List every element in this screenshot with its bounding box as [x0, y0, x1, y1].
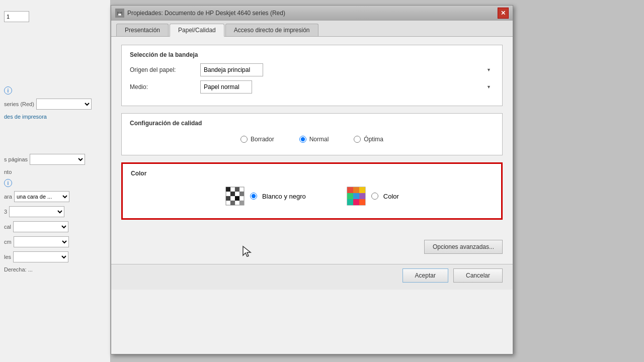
color-color-option[interactable]: Color [346, 186, 399, 206]
advanced-button[interactable]: Opciones avanzadas... [424, 240, 503, 254]
borrador-radio[interactable] [240, 136, 248, 143]
bw-label: Blanco y negro [262, 193, 306, 200]
svg-rect-11 [226, 187, 230, 192]
cal-select[interactable] [13, 221, 68, 232]
series-label: series (Red) [4, 101, 34, 107]
normal-radio[interactable] [299, 136, 306, 143]
cara-label: ara [4, 194, 12, 200]
mouse-cursor [242, 245, 252, 257]
svg-rect-24 [353, 193, 359, 199]
accept-button[interactable]: Aceptar [403, 268, 448, 283]
dialog-title: Propiedades: Documento de HP Deskjet 464… [127, 10, 498, 17]
page-number-spinner[interactable]: 1 [4, 11, 29, 22]
info-icon-2: i [4, 179, 12, 187]
quality-radio-group: Borrador Normal Óptima [130, 132, 494, 147]
pages-label: s páginas [4, 156, 28, 162]
tray-label: nto [4, 169, 12, 175]
cara-select[interactable]: una cara de ... [14, 191, 69, 202]
svg-rect-2 [118, 14, 121, 16]
les-select[interactable] [13, 251, 68, 262]
color-icon [346, 186, 366, 206]
svg-rect-14 [239, 192, 244, 196]
svg-rect-15 [226, 196, 230, 201]
cm-label: cm [4, 239, 12, 245]
properties-link[interactable]: des de impresora [4, 114, 47, 120]
medio-select[interactable]: Papel normal [200, 80, 252, 94]
title-bar: Propiedades: Documento de HP Deskjet 464… [111, 6, 513, 21]
svg-rect-25 [359, 193, 365, 199]
tray-section: Selección de la bandeja Origen del papel… [121, 45, 503, 106]
optima-radio[interactable] [354, 136, 361, 143]
tray-section-title: Selección de la bandeja [130, 51, 494, 58]
quality-section-title: Configuración de calidad [130, 120, 494, 127]
close-button[interactable]: ✕ [498, 8, 509, 19]
cursor-area [121, 240, 424, 259]
svg-rect-23 [347, 193, 353, 199]
svg-rect-22 [359, 187, 365, 193]
pages-select[interactable] [30, 154, 85, 165]
spinner-value: 1 [7, 14, 10, 20]
svg-rect-27 [353, 199, 359, 205]
les-label: les [4, 254, 11, 260]
origen-row: Origen del papel: Bandeja principal [130, 63, 494, 76]
left-panel: 1 i series (Red) des de impresora s pági… [0, 0, 111, 362]
info-icon-1: i [4, 86, 12, 95]
svg-rect-28 [359, 199, 365, 205]
svg-rect-26 [347, 199, 353, 205]
color-radio[interactable] [371, 193, 378, 200]
bw-radio[interactable] [250, 193, 257, 200]
printer-properties-dialog: Propiedades: Documento de HP Deskjet 464… [111, 5, 513, 354]
svg-rect-12 [235, 187, 239, 192]
optima-label: Óptima [364, 136, 383, 143]
quality-optima[interactable]: Óptima [354, 136, 383, 143]
num-select[interactable] [9, 206, 64, 217]
quality-normal[interactable]: Normal [299, 136, 329, 143]
cancel-button[interactable]: Cancelar [453, 268, 503, 283]
tab-acceso-directo[interactable]: Acceso directo de impresión [225, 24, 318, 36]
dialog-content: Selección de la bandeja Origen del papel… [111, 37, 513, 235]
svg-rect-18 [239, 201, 244, 205]
tab-papel-calidad[interactable]: Papel/Calidad [170, 24, 224, 37]
color-section-title: Color [131, 170, 493, 177]
color-options: Blanco y negro [131, 182, 493, 210]
svg-rect-13 [230, 192, 235, 196]
svg-rect-21 [353, 187, 359, 193]
medio-select-wrapper: Papel normal [200, 80, 494, 94]
svg-rect-3 [119, 13, 120, 13]
derecha-label: Derecha: ... [4, 266, 33, 273]
color-bw-option[interactable]: Blanco y negro [225, 186, 306, 206]
origen-select-wrapper: Bandeja principal [200, 63, 494, 76]
bottom-area: Opciones avanzadas... [111, 235, 513, 264]
svg-rect-17 [230, 201, 235, 205]
printer-icon [115, 9, 124, 18]
footer-buttons: Aceptar Cancelar [111, 264, 513, 290]
num-label: 3 [4, 209, 7, 215]
color-label: Color [383, 193, 399, 200]
origen-select[interactable]: Bandeja principal [200, 63, 263, 76]
normal-label: Normal [309, 136, 329, 143]
bw-icon [225, 186, 245, 206]
svg-marker-29 [243, 246, 251, 256]
origen-label: Origen del papel: [130, 66, 200, 73]
cal-label: cal [4, 224, 11, 230]
quality-borrador[interactable]: Borrador [240, 136, 274, 143]
tab-bar: Presentación Papel/Calidad Acceso direct… [111, 21, 513, 37]
svg-rect-20 [347, 187, 353, 193]
tab-presentacion[interactable]: Presentación [116, 24, 169, 36]
medio-row: Medio: Papel normal [130, 80, 494, 94]
cm-select[interactable] [14, 236, 69, 247]
color-section: Color [121, 162, 503, 220]
svg-rect-16 [235, 196, 239, 201]
quality-section: Configuración de calidad Borrador Normal… [121, 113, 503, 155]
medio-label: Medio: [130, 83, 200, 90]
series-select[interactable] [36, 99, 92, 110]
borrador-label: Borrador [251, 136, 274, 143]
svg-rect-1 [118, 10, 121, 12]
